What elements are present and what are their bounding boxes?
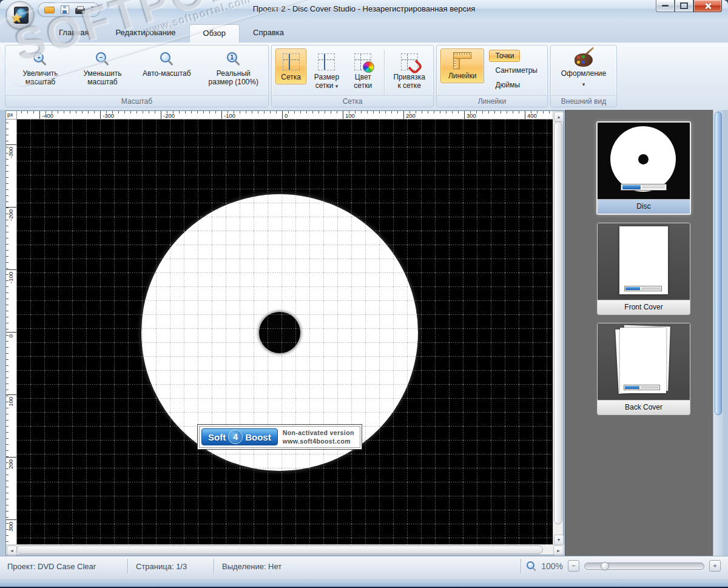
editor-area: px -400-300-200-1000100200300400 -300-20… [5,110,564,555]
ruler-unit-box: px [6,111,17,120]
canvas-horizontal-scrollbar[interactable]: ◄ ► [6,544,564,555]
auto-zoom-icon [160,52,174,67]
scroll-right-icon[interactable]: ► [553,546,564,555]
workspace: px -400-300-200-1000100200300400 -300-20… [0,110,728,556]
logo-4-badge: 4 [228,430,243,444]
window-controls [656,0,722,12]
title-bar: Проект 2 - Disc Cover Studio - Незарегис… [0,0,728,18]
window-frame-bottom [0,580,728,588]
maximize-icon [680,2,688,9]
status-separator [214,559,214,573]
status-separator [521,559,521,573]
design-canvas[interactable]: Soft 4 Boost Non-activated version www.s… [17,120,553,546]
group-separator [384,50,385,95]
tab-spravka[interactable]: Справка [240,24,297,42]
group-label-scale: Масштаб [5,95,268,107]
ribbon-group-appearance: Оформление ▾ Внешний вид [550,45,617,107]
canvas-vertical-scrollbar[interactable]: ▲ ▼ [553,111,563,546]
scroll-up-icon[interactable]: ▲ [554,112,564,122]
pages-sidebar: Disc Front Cover Back Cover [565,110,723,556]
page-thumb-back-cover[interactable]: Back Cover [597,323,690,415]
zoom-out-button[interactable]: − Уменьшить масштаб [74,49,131,89]
appearance-button[interactable]: Оформление ▾ [554,49,613,90]
app-menu-button[interactable]: ★ [6,1,34,29]
ruler-units-centimeters-button[interactable]: Сантиметры [489,64,544,76]
horizontal-scroll-thumb[interactable] [16,546,543,554]
ruler-top: -400-300-200-1000100200300400 [17,111,553,120]
sidebar-scrollbar[interactable] [713,110,723,556]
dropdown-arrow-icon: ▾ [582,81,585,87]
ribbon: + Увеличить масштаб − Уменьшить масштаб … [0,42,728,111]
close-icon [704,2,712,10]
page-thumb-disc[interactable]: Disc [596,121,691,215]
app-logo-star-icon: ★ [10,10,23,26]
status-project: Проект: DVD Case Clear [7,562,96,571]
status-separator [127,559,128,573]
group-label-appearance: Внешний вид [551,95,616,107]
close-button[interactable] [693,0,722,12]
grid-size-button[interactable]: Размер сетки ▾ [309,49,345,93]
actual-size-button[interactable]: 1 Реальный размер (100%) [203,49,265,89]
grid-toggle-button[interactable]: Сетка [275,49,306,84]
page-thumb-caption: Front Cover [598,300,690,314]
page-thumb-caption: Back Cover [598,400,690,414]
quick-access-toolbar: ▾ [38,2,100,17]
zoom-out-icon: − [96,52,109,67]
actual-size-icon: 1 [227,52,240,67]
ruler-units-inches-button[interactable]: Дюймы [489,79,526,91]
trial-watermark: Soft 4 Boost Non-activated version www.s… [197,424,362,450]
watermark-line2: www.soft4boost.com [283,437,354,445]
page-thumb-caption: Disc [598,199,690,214]
new-project-icon[interactable] [44,7,55,13]
dropdown-arrow-icon: ▾ [335,83,339,89]
tab-obzor[interactable]: Обзор [189,24,240,42]
zoom-indicator-icon [527,561,536,571]
disc-hole [259,312,300,353]
grid-color-icon [354,53,371,70]
tab-glavnaya[interactable]: Главная [46,24,102,42]
palette-icon [575,53,593,67]
sidebar-scroll-thumb[interactable] [715,112,722,415]
ruler-left: -300-200-1000100200300 [6,120,17,546]
group-label-rulers: Линейки [437,95,547,107]
qat-customize-icon[interactable]: ▾ [91,7,93,13]
soft4boost-logo: Soft 4 Boost [201,428,278,445]
snap-to-grid-icon [401,53,418,70]
rulers-toggle-button[interactable]: Линейки [440,49,484,83]
status-selection: Выделение: Нет [222,562,281,571]
page-thumb-front-cover[interactable]: Front Cover [597,223,690,315]
zoom-value: 100% [541,561,563,571]
vertical-scroll-thumb[interactable] [554,121,562,524]
zoom-in-button[interactable]: + Увеличить масштаб [13,49,68,89]
back-cover-thumbnail-image [598,323,690,400]
maximize-button[interactable] [675,0,693,12]
color-wheel-icon [363,61,374,73]
tab-redaktirovanie[interactable]: Редактирование [102,24,189,42]
auto-zoom-button[interactable]: Авто-масштаб [137,49,196,81]
app-window: Проект 2 - Disc Cover Studio - Незарегис… [0,0,728,588]
window-title: Проект 2 - Disc Cover Studio - Незарегис… [0,4,728,13]
ribbon-tab-row: Главная Редактирование Обзор Справка [0,18,728,42]
scroll-left-icon[interactable]: ◄ [7,546,17,555]
disc-thumbnail-image [598,123,690,199]
watermark-line1: Non-activated version [283,428,354,437]
zoom-slider[interactable] [584,563,704,570]
scroll-down-icon[interactable]: ▼ [554,535,564,545]
ruler-icon [453,52,471,69]
zoom-slider-thumb[interactable] [601,562,609,570]
ruler-units-points-button[interactable]: Точки [489,50,520,62]
save-icon[interactable] [61,5,69,14]
zoom-cluster: 100% − + [527,560,721,572]
minimize-icon [662,5,669,7]
brush-icon [584,47,594,56]
zoom-in-small-button[interactable]: + [709,560,721,572]
minimize-button[interactable] [656,0,675,12]
zoom-out-small-button[interactable]: − [568,560,579,572]
status-bar: Проект: DVD Case Clear Страница: 1/3 Выд… [0,556,728,580]
grid-color-button[interactable]: Цвет сетки [347,49,379,93]
snap-to-grid-button[interactable]: Привязка к сетке [389,49,430,93]
ribbon-group-rulers: Линейки Точки Сантиметры Дюймы Линейки [436,45,548,107]
print-icon[interactable] [75,8,85,14]
grid-icon [283,53,300,70]
status-page: Страница: 1/3 [136,562,187,571]
